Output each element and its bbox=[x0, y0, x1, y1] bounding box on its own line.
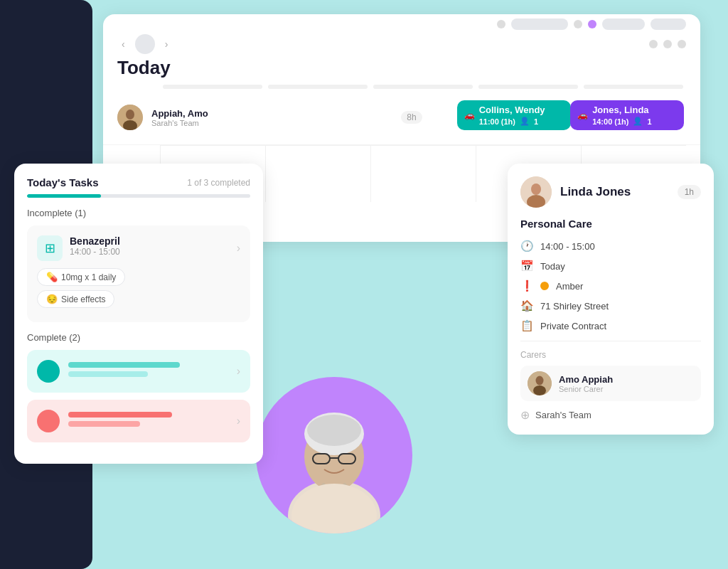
complete-line-2a bbox=[68, 412, 172, 418]
cal-today-dot[interactable] bbox=[135, 34, 155, 54]
complete-line-2b bbox=[68, 421, 140, 427]
event-jones[interactable]: 🚗 Jones, Linda 14:00 (1h) 👤 1 bbox=[570, 100, 684, 130]
svg-point-7 bbox=[307, 415, 361, 446]
clock-icon: 🕐 bbox=[520, 240, 533, 252]
detail-address-row: 🏠 71 Shirley Street bbox=[520, 299, 701, 312]
sideeffects-icon: 😔 bbox=[46, 294, 58, 304]
cal-dot-5 bbox=[678, 40, 686, 48]
cal-prev-button[interactable]: ‹ bbox=[117, 37, 129, 51]
priority-icon: ❗ bbox=[520, 280, 533, 292]
team-row: ⊕ Sarah's Team bbox=[520, 408, 701, 422]
person-circle bbox=[256, 377, 412, 533]
complete-line-1a bbox=[68, 362, 180, 368]
car-icon-2: 🚗 bbox=[577, 110, 588, 120]
task-info: Benazepril 14:00 - 15:00 bbox=[70, 235, 230, 257]
cal-dot-active bbox=[588, 20, 596, 28]
carer-row: Amo Appiah Senior Carer bbox=[520, 366, 701, 401]
complete-dot-pink bbox=[37, 410, 60, 432]
tasks-panel: Today's Tasks 1 of 3 completed Incomplet… bbox=[14, 164, 263, 464]
team-name: Sarah's Team bbox=[535, 410, 592, 420]
tasks-header: Today's Tasks 1 of 3 completed bbox=[27, 176, 250, 188]
attendees-icon: 👤 bbox=[520, 117, 530, 126]
tasks-count: 1 of 3 completed bbox=[187, 178, 250, 188]
complete-label: Complete (2) bbox=[27, 332, 250, 343]
detail-time-row: 🕐 14:00 - 15:00 bbox=[520, 240, 701, 252]
cal-pill-1 bbox=[511, 18, 568, 30]
staff-name: Appiah, Amo bbox=[151, 108, 392, 119]
event-jones-time: 14:00 (1h) bbox=[592, 117, 628, 126]
cal-next-button[interactable]: › bbox=[161, 37, 173, 51]
event-collins[interactable]: 🚗 Collins, Wendy 11:00 (1h) 👤 1 bbox=[457, 100, 571, 130]
incomplete-label: Incomplete (1) bbox=[27, 208, 250, 218]
tasks-title: Today's Tasks bbox=[27, 176, 99, 188]
tasks-progress-fill bbox=[27, 194, 101, 198]
staff-team: Sarah's Team bbox=[151, 119, 392, 127]
svg-point-13 bbox=[531, 184, 541, 195]
detail-divider bbox=[520, 341, 701, 341]
cal-dot-1 bbox=[497, 20, 505, 28]
staff-info: Appiah, Amo Sarah's Team bbox=[151, 108, 392, 127]
carer-role: Senior Carer bbox=[559, 385, 613, 393]
attendees-icon-2: 👤 bbox=[633, 117, 643, 126]
detail-care-type: Personal Care bbox=[520, 218, 701, 230]
detail-priority-row: ❗ Amber bbox=[520, 280, 701, 292]
complete-card-2[interactable]: › bbox=[27, 400, 250, 442]
complete-chevron-1: › bbox=[237, 365, 240, 378]
event-collins-time: 11:00 (1h) bbox=[479, 117, 515, 126]
task-time: 14:00 - 15:00 bbox=[70, 247, 230, 257]
document-icon: 📋 bbox=[520, 319, 533, 332]
task-card-benazepril[interactable]: ⊞ Benazepril 14:00 - 15:00 › 💊 10mg x 1 … bbox=[27, 225, 250, 322]
event-jones-attendees: 1 bbox=[647, 117, 651, 126]
detail-priority-text: Amber bbox=[556, 281, 583, 292]
detail-panel: Linda Jones 1h Personal Care 🕐 14:00 - 1… bbox=[508, 164, 714, 435]
complete-lines-1 bbox=[68, 362, 228, 381]
calendar-title: Today bbox=[103, 57, 700, 85]
complete-dot-teal bbox=[37, 360, 60, 383]
carer-name: Amo Appiah bbox=[559, 374, 613, 385]
carer-avatar bbox=[528, 371, 552, 395]
pill-sideeffects-text: Side effects bbox=[61, 294, 105, 304]
svg-point-16 bbox=[536, 376, 544, 385]
complete-chevron-2: › bbox=[237, 415, 240, 427]
detail-time-text: 14:00 - 15:00 bbox=[540, 241, 595, 252]
carers-label: Carers bbox=[520, 350, 701, 360]
team-icon: ⊕ bbox=[520, 408, 530, 422]
detail-person-row: Linda Jones 1h bbox=[520, 176, 701, 208]
task-pill-dosage: 💊 10mg x 1 daily bbox=[37, 268, 125, 286]
tasks-progress-bar bbox=[27, 194, 250, 198]
cal-dot-4 bbox=[663, 40, 672, 48]
event-jones-name: Jones, Linda bbox=[592, 105, 651, 115]
complete-line-1b bbox=[68, 371, 148, 377]
calendar-icon: 📅 bbox=[520, 260, 533, 272]
event-collins-attendees: 1 bbox=[534, 117, 538, 126]
complete-section: Complete (2) › › bbox=[27, 332, 250, 442]
detail-address-text: 71 Shirley Street bbox=[540, 301, 609, 312]
complete-card-1[interactable]: › bbox=[27, 350, 250, 393]
staff-hours: 8h bbox=[401, 111, 422, 124]
event-collins-name: Collins, Wendy bbox=[479, 105, 545, 115]
detail-contract-row: 📋 Private Contract bbox=[520, 319, 701, 332]
detail-person-name: Linda Jones bbox=[560, 185, 669, 199]
amber-dot bbox=[540, 282, 549, 290]
pill-icon: 💊 bbox=[46, 272, 58, 282]
task-chevron-icon: › bbox=[237, 242, 240, 255]
cal-dot-3 bbox=[649, 40, 658, 48]
pill-dosage-text: 10mg x 1 daily bbox=[61, 272, 116, 282]
detail-date-row: 📅 Today bbox=[520, 260, 701, 272]
detail-date-text: Today bbox=[540, 261, 565, 272]
cal-pill-2 bbox=[602, 18, 645, 30]
task-name: Benazepril bbox=[70, 235, 230, 247]
car-icon: 🚗 bbox=[464, 110, 475, 120]
cal-dot-2 bbox=[574, 20, 582, 28]
carer-info: Amo Appiah Senior Carer bbox=[559, 374, 613, 393]
svg-point-17 bbox=[533, 385, 546, 395]
detail-hours-badge: 1h bbox=[678, 185, 701, 199]
svg-point-1 bbox=[126, 110, 134, 119]
home-icon: 🏠 bbox=[520, 299, 533, 312]
task-icon: ⊞ bbox=[37, 235, 63, 261]
detail-contract-text: Private Contract bbox=[540, 321, 606, 331]
task-pill-sideeffects: 😔 Side effects bbox=[37, 290, 114, 308]
detail-avatar bbox=[520, 176, 552, 208]
staff-avatar bbox=[117, 105, 143, 130]
complete-lines-2 bbox=[68, 412, 228, 430]
